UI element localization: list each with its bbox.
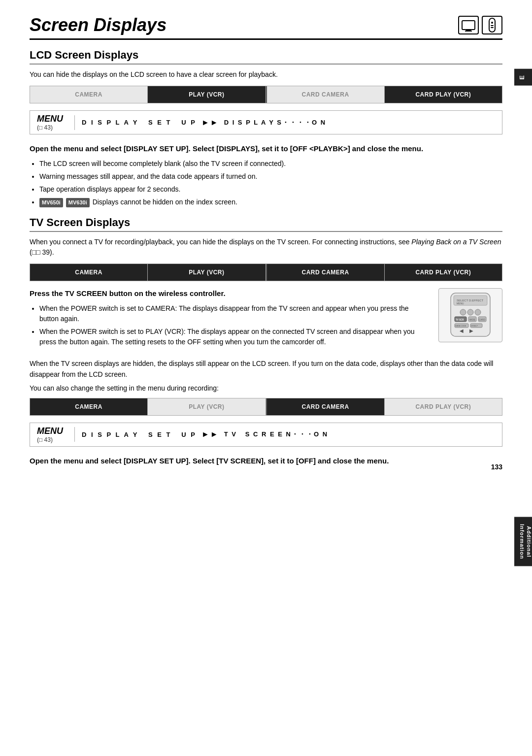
tv-mode-camera: CAMERA <box>30 264 148 281</box>
svg-text:DATA CODE: DATA CODE <box>455 325 466 327</box>
lcd-mode-camera: CAMERA <box>30 86 148 103</box>
remote-svg: SELECT D.EFFECT MENU TV SCR WIDE CARD DA… <box>441 291 500 340</box>
tv-mode2-card-play: CARD PLAY (VCR) <box>385 398 502 415</box>
badge-mv630i: MV630i <box>66 198 90 207</box>
lcd-menu-content: D I S P L A Y S E T U P ►► D I S P L A Y… <box>74 115 333 130</box>
remote-icon <box>482 16 502 34</box>
lcd-bullet-4: MV650i MV630i Displays cannot be hidden … <box>39 197 502 207</box>
svg-rect-5 <box>491 25 494 26</box>
tv-menu-page: (□ 43) <box>37 436 67 443</box>
side-tab-additional: AdditionalInformation <box>514 517 532 566</box>
svg-text:▶: ▶ <box>469 328 473 333</box>
tv-mode2-play: PLAY (VCR) <box>148 398 266 415</box>
tv-menu-label: MENU <box>37 426 67 436</box>
tv-menu-label-box: MENU (□ 43) <box>30 423 74 446</box>
title-text: Screen Displays <box>30 15 166 35</box>
lcd-instruct-heading: Open the menu and select [DISPLAY SET UP… <box>30 143 502 154</box>
lcd-menu-label-box: MENU (□ 43) <box>30 111 74 134</box>
tv-text: Press the TV SCREEN button on the wirele… <box>30 288 429 353</box>
tv-content: Press the TV SCREEN button on the wirele… <box>30 288 502 353</box>
tv-icon <box>458 16 479 34</box>
tv-mode-play: PLAY (VCR) <box>148 264 266 281</box>
lcd-menu-value: D I S P L A Y S・・・・O N <box>224 118 327 127</box>
lcd-menu-row: MENU (□ 43) D I S P L A Y S E T U P ►► D… <box>30 110 502 134</box>
lcd-menu-item: D I S P L A Y S E T U P <box>82 119 197 126</box>
tv-menu-content: D I S P L A Y S E T U P ►► T V S C R E E… <box>74 427 335 442</box>
svg-text:MENU: MENU <box>457 302 464 305</box>
tv-press-heading: Press the TV SCREEN button on the wirele… <box>30 288 429 298</box>
svg-point-13 <box>475 309 481 315</box>
lcd-menu-arrow: ►► <box>201 118 219 127</box>
svg-rect-6 <box>491 27 494 28</box>
tv-mode-card-play: CARD PLAY (VCR) <box>385 264 502 281</box>
tv-mode-card-camera: CARD CAMERA <box>267 264 385 281</box>
page-number: 133 <box>491 463 502 471</box>
lcd-bullet-3: Tape operation displays appear for 2 sec… <box>39 184 502 195</box>
tv-menu-row: MENU (□ 43) D I S P L A Y S E T U P ►► T… <box>30 423 502 447</box>
lcd-section-heading: LCD Screen Displays <box>30 49 502 65</box>
tv-bullet-1: When the POWER switch is set to CAMERA: … <box>39 303 429 324</box>
lcd-bullet-list: The LCD screen will become completely bl… <box>39 159 502 207</box>
tv-mode-bar: CAMERA PLAY (VCR) CARD CAMERA CARD PLAY … <box>30 263 502 281</box>
lcd-menu-label: MENU <box>37 114 67 124</box>
tv-body-para: When the TV screen displays are hidden, … <box>30 358 502 380</box>
tv-menu-value: T V S C R E E N・・・O N <box>224 430 328 439</box>
svg-text:D/SELF: D/SELF <box>471 325 478 327</box>
tv-bullet-2: When the POWER switch is set to PLAY (VC… <box>39 327 429 347</box>
svg-point-11 <box>460 309 466 315</box>
page-title: Screen Displays <box>30 15 502 40</box>
lcd-mode-card-camera: CARD CAMERA <box>267 86 385 103</box>
lcd-bullet-4-text: Displays cannot be hidden on the index s… <box>93 198 237 206</box>
side-tab-e: E <box>514 69 532 86</box>
tv-final-heading: Open the menu and select [DISPLAY SET UP… <box>30 456 502 466</box>
svg-text:WIDE: WIDE <box>469 319 475 321</box>
svg-point-12 <box>467 309 473 315</box>
lcd-menu-page: (□ 43) <box>37 124 67 131</box>
lcd-bullet-2: Warning messages still appear, and the d… <box>39 171 502 182</box>
lcd-mode-card-play: CARD PLAY (VCR) <box>385 86 502 103</box>
lcd-bullet-1: The LCD screen will become completely bl… <box>39 159 502 169</box>
page-container: E AdditionalInformation Screen Displays <box>0 0 532 486</box>
tv-menu-item: D I S P L A Y S E T U P <box>82 431 197 438</box>
lcd-section-desc: You can hide the displays on the LCD scr… <box>30 69 502 80</box>
svg-point-4 <box>491 22 493 24</box>
tv-section-desc: When you connect a TV for recording/play… <box>30 237 502 258</box>
lcd-mode-play: PLAY (VCR) <box>148 86 266 103</box>
tv-bullet-list: When the POWER switch is set to CAMERA: … <box>39 303 429 347</box>
tv-mode-bar2: CAMERA PLAY (VCR) CARD CAMERA CARD PLAY … <box>30 398 502 416</box>
lcd-mode-bar: CAMERA PLAY (VCR) CARD CAMERA CARD PLAY … <box>30 86 502 103</box>
svg-rect-0 <box>462 21 475 30</box>
tv-section-heading: TV Screen Displays <box>30 216 502 232</box>
tv-mode2-camera: CAMERA <box>30 398 148 415</box>
title-icons <box>458 16 502 34</box>
also-change-text: You can also change the setting in the m… <box>30 384 502 392</box>
tv-mode2-card-camera: CARD CAMERA <box>267 398 385 415</box>
badge-mv650i: MV650i <box>39 198 63 207</box>
svg-text:TV SCR: TV SCR <box>456 319 464 321</box>
remote-image: SELECT D.EFFECT MENU TV SCR WIDE CARD DA… <box>438 288 502 342</box>
tv-menu-arrow: ►► <box>201 430 219 439</box>
svg-text:CARD: CARD <box>479 319 486 321</box>
svg-text:◀: ◀ <box>460 328 464 333</box>
